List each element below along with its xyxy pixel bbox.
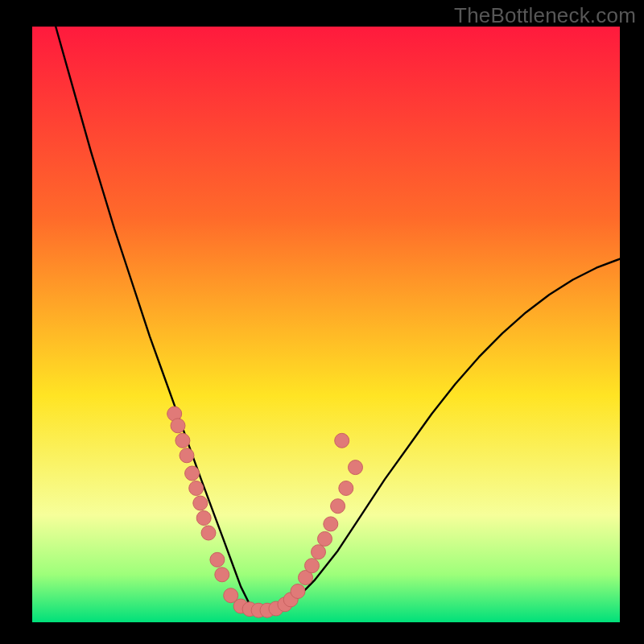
data-marker	[185, 466, 200, 481]
chart-frame: TheBottleneck.com	[0, 0, 644, 644]
bottleneck-chart	[0, 0, 644, 644]
data-marker	[312, 545, 326, 559]
data-marker	[291, 584, 305, 599]
data-marker	[171, 419, 185, 433]
data-marker	[193, 496, 208, 510]
data-marker	[349, 460, 363, 475]
data-marker	[175, 433, 190, 448]
data-marker	[196, 511, 211, 526]
data-marker	[331, 499, 345, 514]
data-marker	[324, 517, 338, 531]
watermark-text: TheBottleneck.com	[454, 3, 636, 28]
data-marker	[318, 531, 332, 546]
data-marker	[189, 481, 204, 496]
data-marker	[305, 559, 320, 573]
data-marker	[339, 481, 353, 496]
data-marker	[335, 433, 349, 448]
data-marker	[180, 448, 194, 463]
data-marker	[201, 526, 216, 540]
data-marker	[215, 568, 229, 582]
data-marker	[210, 552, 225, 567]
